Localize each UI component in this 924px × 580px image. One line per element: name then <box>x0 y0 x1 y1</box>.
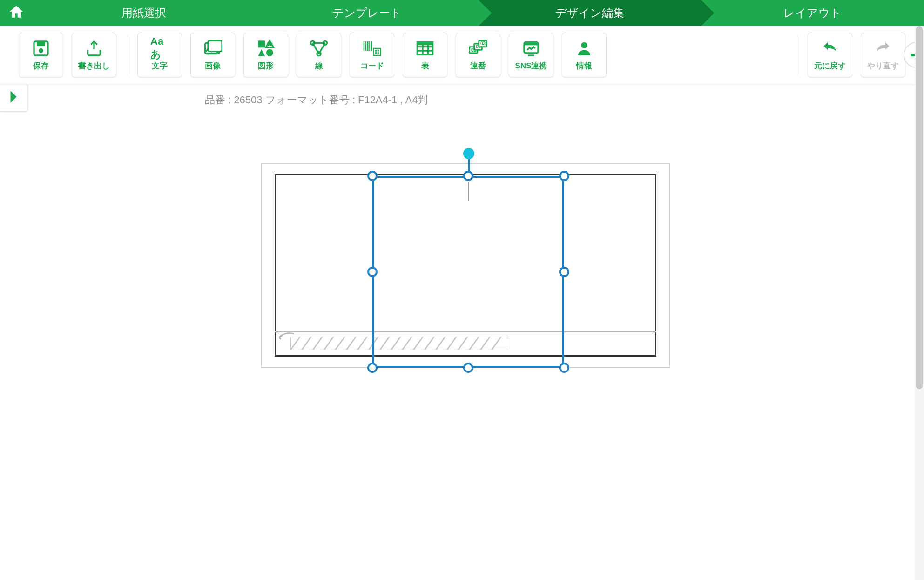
serial-button[interactable]: 010203 連番 <box>456 33 500 77</box>
step-label: テンプレート <box>332 6 402 20</box>
separator <box>127 35 127 75</box>
undo-icon <box>821 39 839 58</box>
export-button[interactable]: 書き出し <box>72 33 116 77</box>
toolbar: 保存 書き出し Aaあ 文字 画像 <box>0 26 924 84</box>
resize-handle-ne[interactable] <box>559 171 569 181</box>
resize-handle-n[interactable] <box>463 171 473 181</box>
step-label: 用紙選択 <box>121 6 166 20</box>
code-button[interactable]: コード <box>350 33 394 77</box>
svg-text:03: 03 <box>480 41 486 46</box>
selection-box[interactable] <box>372 176 564 368</box>
text-button[interactable]: Aaあ 文字 <box>137 33 182 77</box>
svg-rect-20 <box>378 50 379 51</box>
svg-rect-6 <box>258 40 265 47</box>
info-button[interactable]: 情報 <box>562 33 607 77</box>
svg-rect-19 <box>375 50 377 51</box>
text-cursor <box>468 182 469 201</box>
svg-rect-14 <box>365 41 366 51</box>
step-label: レイアウト <box>783 6 842 20</box>
svg-marker-8 <box>258 49 265 56</box>
tool-label: 元に戻す <box>814 61 846 71</box>
canvas[interactable] <box>0 116 924 580</box>
paper-info-text: 品番 : 26503 フォーマット番号 : F12A4-1 , A4判 <box>205 93 428 107</box>
resize-handle-sw[interactable] <box>367 363 378 373</box>
tool-label: コード <box>360 61 384 71</box>
undo-button[interactable]: 元に戻す <box>808 33 852 77</box>
shape-button[interactable]: 図形 <box>243 33 288 77</box>
tool-label: 図形 <box>258 61 274 71</box>
svg-rect-21 <box>375 52 377 54</box>
text-icon: Aaあ <box>150 39 169 58</box>
svg-line-40 <box>346 337 356 350</box>
person-icon <box>575 39 594 58</box>
step-layout[interactable]: レイアウト <box>701 0 924 26</box>
tool-label: やり直す <box>867 61 899 71</box>
step-label: デザイン編集 <box>555 6 624 20</box>
tool-label: 保存 <box>33 61 49 71</box>
vertical-scrollbar[interactable] <box>915 26 924 580</box>
svg-point-34 <box>581 42 587 48</box>
shape-icon <box>256 39 275 58</box>
resize-handle-e[interactable] <box>559 267 569 277</box>
svg-line-36 <box>302 337 311 350</box>
svg-line-38 <box>324 337 333 350</box>
home-icon <box>8 4 24 22</box>
barcode-icon <box>363 39 381 58</box>
svg-rect-17 <box>371 41 372 51</box>
svg-point-2 <box>39 48 43 53</box>
svg-rect-33 <box>528 54 534 56</box>
separator <box>797 35 797 75</box>
redo-icon <box>874 39 892 58</box>
tool-label: 線 <box>315 61 323 71</box>
svg-rect-24 <box>417 42 432 45</box>
scrollbar-thumb[interactable] <box>916 26 923 389</box>
svg-line-37 <box>313 337 322 350</box>
serial-icon: 010203 <box>469 39 487 58</box>
resize-handle-s[interactable] <box>463 363 473 373</box>
svg-rect-32 <box>524 42 538 45</box>
export-icon <box>85 39 103 58</box>
svg-point-9 <box>266 49 273 56</box>
svg-rect-5 <box>208 40 222 51</box>
rotation-handle[interactable] <box>463 148 474 159</box>
info-bar: 品番 : 26503 フォーマット番号 : F12A4-1 , A4判 <box>0 84 924 116</box>
svg-rect-22 <box>378 52 379 54</box>
svg-rect-13 <box>364 41 365 51</box>
resize-handle-nw[interactable] <box>367 171 378 181</box>
table-button[interactable]: 表 <box>403 33 447 77</box>
tool-label: 画像 <box>205 61 221 71</box>
home-button[interactable] <box>0 0 33 26</box>
table-icon <box>416 39 434 58</box>
step-paper[interactable]: 用紙選択 <box>33 0 256 26</box>
tool-label: 連番 <box>470 61 486 71</box>
image-button[interactable]: 画像 <box>190 33 235 77</box>
save-button[interactable]: 保存 <box>19 33 63 77</box>
tool-label: 情報 <box>576 61 592 71</box>
chevron-right-icon <box>9 90 19 106</box>
step-template[interactable]: テンプレート <box>256 0 479 26</box>
image-icon <box>203 39 222 58</box>
tool-label: SNS連携 <box>515 61 547 71</box>
redo-button[interactable]: やり直す <box>861 33 905 77</box>
step-nav: 用紙選択 テンプレート デザイン編集 レイアウト <box>0 0 924 26</box>
svg-rect-18 <box>373 48 380 55</box>
sns-button[interactable]: SNS連携 <box>509 33 553 77</box>
resize-handle-w[interactable] <box>367 267 378 277</box>
expand-panel-button[interactable] <box>0 84 28 112</box>
tool-label: 文字 <box>152 61 168 71</box>
save-icon <box>32 39 50 58</box>
sns-icon <box>522 39 540 58</box>
svg-rect-16 <box>369 41 370 51</box>
svg-line-41 <box>357 337 367 350</box>
svg-rect-1 <box>37 41 45 46</box>
svg-line-35 <box>290 337 300 350</box>
tool-label: 書き出し <box>78 61 110 71</box>
svg-rect-15 <box>367 41 368 51</box>
line-icon <box>310 39 328 58</box>
line-button[interactable]: 線 <box>297 33 341 77</box>
resize-handle-se[interactable] <box>559 363 569 373</box>
step-design[interactable]: デザイン編集 <box>479 0 701 26</box>
tool-label: 表 <box>421 61 429 71</box>
svg-line-39 <box>335 337 344 350</box>
